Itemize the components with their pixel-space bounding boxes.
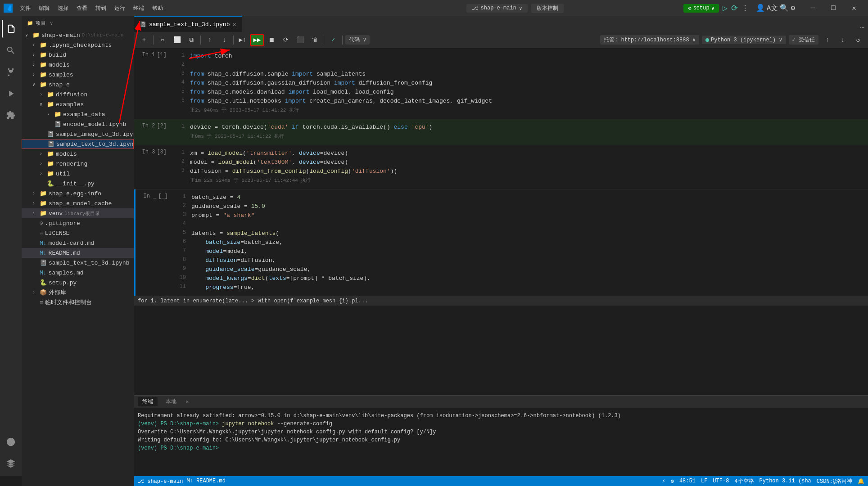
layers-icon[interactable] (2, 454, 20, 472)
sidebar-item-models-root[interactable]: › 📁 models (22, 60, 134, 70)
run-above-button[interactable]: ▶↑ (236, 35, 249, 45)
clear-button[interactable]: ⬛ (294, 35, 307, 45)
menu-run[interactable]: 运行 (111, 3, 129, 14)
source-control-icon[interactable] (2, 63, 20, 81)
sidebar-item-egg-info[interactable]: › 📁 shap_e.egg-info (22, 189, 134, 198)
sidebar-item-model-card[interactable]: M↓ model-card.md (22, 238, 134, 248)
sidebar-item-sample-image[interactable]: 📓 sample_image_to_3d.ipynb (22, 129, 134, 139)
interrupt-button[interactable]: ⏹ (265, 35, 278, 45)
status-language[interactable]: Python 3.11 (sha (760, 478, 811, 484)
minimize-button[interactable]: — (802, 0, 823, 16)
status-branch[interactable]: ⎇ shap-e-main (138, 478, 183, 485)
sidebar-item-example-data[interactable]: › 📁 example_data (22, 109, 134, 119)
terminal-tab-terminal[interactable]: 终端 (138, 397, 158, 406)
terminal-close-icon[interactable]: ✕ (185, 398, 189, 405)
settings-icon[interactable]: ⚙ (791, 4, 795, 13)
status-errors[interactable]: ⚡ (662, 478, 665, 485)
menu-goto[interactable]: 转到 (92, 3, 110, 14)
status-bell[interactable]: 🔔 (858, 478, 864, 485)
tab-notebook[interactable]: 📓 sample_text_to_3d.ipynb ✕ (134, 16, 242, 32)
debug-icon[interactable]: ⟳ (731, 3, 738, 13)
sidebar-item-sample-text-root[interactable]: 📓 sample_text_to_3d.ipynb (22, 258, 134, 268)
menu-view[interactable]: 查看 (73, 3, 91, 14)
run-all-button[interactable]: ▶▶ (251, 35, 263, 45)
menu-help[interactable]: 帮助 (149, 3, 167, 14)
sidebar-item-samples-md[interactable]: M↓ samples.md (22, 268, 134, 278)
terminal-content[interactable]: Requirement already satisfied: arrow>=0.… (134, 408, 868, 476)
sidebar-item-setup-py[interactable]: 🐍 setup.py (22, 278, 134, 288)
move-up-button[interactable]: ↑ (203, 35, 216, 45)
term-line-5[interactable]: (venv) PS D:\shap-e-main> ​ (138, 444, 864, 452)
cut-button[interactable]: ✂ (156, 35, 169, 45)
explorer-icon[interactable] (2, 20, 20, 38)
sidebar-item-diffusion[interactable]: › 📁 diffusion (22, 90, 134, 99)
copy-button[interactable]: ⬜ (171, 35, 183, 45)
menu-terminal[interactable]: 终端 (130, 3, 148, 14)
status-eol[interactable]: LF (701, 478, 707, 484)
close-button[interactable]: ✕ (844, 0, 864, 16)
sidebar-item-sample-text-active[interactable]: 📓 sample_text_to_3d.ipynb (22, 139, 134, 149)
sidebar-item-readme[interactable]: M↓ README.md (22, 248, 134, 258)
delete-button[interactable]: 🗑 (308, 35, 321, 45)
sidebar-item-util[interactable]: › 📁 util (22, 169, 134, 179)
paste-button[interactable]: ⧉ (185, 35, 198, 45)
extensions-icon[interactable] (2, 106, 20, 124)
sidebar-item-external[interactable]: › 📦 外部库 (22, 288, 134, 297)
sidebar-item-init[interactable]: 🐍 __init__.py (22, 179, 134, 189)
translate-icon[interactable]: A文 (767, 4, 778, 13)
account-icon[interactable]: 👤 (756, 4, 765, 13)
sidebar-item-encode-model[interactable]: 📓 encode_model.ipynb (22, 119, 134, 129)
sidebar-item-build[interactable]: › 📁 build (22, 50, 134, 60)
restart-button[interactable]: ⟳ (280, 35, 292, 45)
sidebar-item-examples[interactable]: ∨ 📁 examples (22, 99, 134, 109)
scroll-down-button[interactable]: ↓ (836, 35, 849, 45)
sidebar-item-samples[interactable]: › 📁 samples (22, 70, 134, 80)
cell-2-content[interactable]: 1 device = torch.device('cuda' if torch.… (170, 119, 868, 145)
branch-selector[interactable]: ⎇ shap-e-main ∨ (466, 4, 528, 13)
status-settings[interactable]: ⚙ (671, 478, 674, 485)
setup-button[interactable]: ⚙ setup ∨ (683, 4, 719, 13)
cell-4-content[interactable]: 1 batch_size = 4 2 guidance_scale = 15.0… (172, 189, 868, 296)
search-activity-icon[interactable] (2, 41, 20, 59)
maximize-button[interactable]: □ (823, 0, 844, 16)
status-indent[interactable]: 4个空格 (734, 477, 754, 485)
status-sync[interactable]: M↑ README.md (186, 478, 225, 484)
run-debug-icon[interactable] (2, 85, 20, 103)
scroll-up-button[interactable]: ↑ (821, 35, 834, 45)
tree-root[interactable]: ∨ 📁 shap-e-main D:\shap-e-main (22, 30, 134, 40)
search-icon[interactable]: 🔍 (780, 4, 789, 13)
ellipsis-icon[interactable]: ⋯ (860, 23, 864, 32)
menu-select[interactable]: 选择 (54, 3, 72, 14)
sidebar-item-shap-e[interactable]: ∨ 📁 shap_e (22, 80, 134, 90)
sidebar-item-models[interactable]: › 📁 models (22, 149, 134, 159)
sidebar-item-venv[interactable]: › 📁 venv library根目录 (22, 208, 134, 218)
menu-file[interactable]: 文件 (16, 3, 34, 14)
terminal-tab-local[interactable]: 本地 (161, 397, 181, 406)
trusted-badge[interactable]: ✓ 受信任 (789, 35, 818, 45)
version-control-button[interactable]: 版本控制 (531, 4, 564, 13)
sidebar-item-rendering[interactable]: › 📁 rendering (22, 159, 134, 169)
sidebar-item-model-cache[interactable]: › 📁 shap_e_model_cache (22, 198, 134, 208)
kernel-badge[interactable]: Python 3 (ipykernel) ∨ (702, 36, 786, 44)
add-cell-button[interactable]: + (138, 35, 150, 45)
cell-type-selector[interactable]: 代码 ∨ (345, 35, 370, 45)
menu-edit[interactable]: 编辑 (35, 3, 53, 14)
play-icon[interactable]: ▷ (723, 3, 728, 13)
refresh-button[interactable]: ↺ (852, 35, 864, 45)
cell-1-content[interactable]: 1 import torch 2 3 from shap_e.diffusion… (170, 48, 868, 119)
cell-3-content[interactable]: 1 xm = load_model('transmitter', device=… (170, 145, 868, 189)
sidebar-item-ipynb-checkpoints[interactable]: › 📁 .ipynb_checkpoints (22, 40, 134, 50)
sidebar-item-gitignore[interactable]: ⊙ .gitignore (22, 218, 134, 228)
remote-icon[interactable] (2, 433, 20, 451)
status-position[interactable]: 48:51 (679, 478, 696, 484)
sidebar-item-license[interactable]: ≡ LICENSE (22, 228, 134, 238)
tab-close-icon[interactable]: ✕ (232, 21, 236, 28)
move-down-button[interactable]: ↓ (218, 35, 231, 45)
host-badge[interactable]: 托管: http://localhost:8888 ∨ (600, 35, 699, 45)
sidebar-item-temp[interactable]: ≡ 临时文件和控制台 (22, 297, 134, 307)
status-user[interactable]: CSDN:@洛河神 (817, 477, 852, 485)
sidebar-dropdown-icon[interactable]: ∨ (50, 20, 54, 26)
status-encoding[interactable]: UTF-8 (713, 478, 729, 484)
more-icon[interactable]: ⋮ (741, 4, 749, 13)
trusted-icon: ✓ (327, 35, 339, 45)
